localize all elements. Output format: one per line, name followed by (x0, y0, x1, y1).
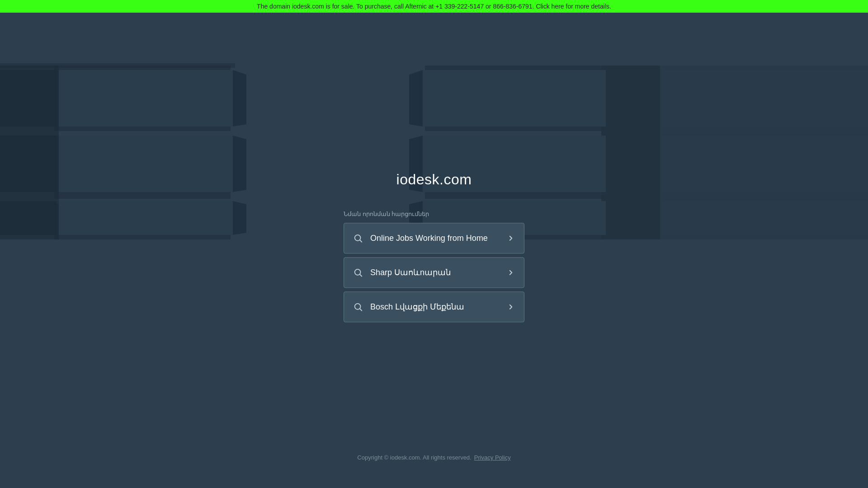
svg-point-32 (355, 304, 361, 310)
svg-marker-13 (423, 70, 606, 127)
chevron-right-icon-1 (507, 234, 515, 242)
svg-line-29 (360, 240, 362, 242)
footer: Copyright © iodesk.com. All rights reser… (357, 454, 510, 461)
search-icon-2 (353, 267, 363, 277)
svg-marker-24 (233, 201, 246, 235)
svg-marker-3 (0, 66, 59, 239)
svg-marker-19 (0, 70, 57, 127)
privacy-policy-link[interactable]: Privacy Policy (474, 454, 511, 461)
subtitle: Նման որոնման հարցումներ (344, 211, 429, 217)
svg-marker-16 (662, 70, 868, 127)
chevron-right-icon-3 (507, 303, 515, 311)
svg-point-28 (355, 235, 361, 241)
footer-copyright: Copyright © iodesk.com. All rights reser… (357, 454, 471, 461)
main-content: iodesk.com Նման որոնման հարցումներ Onlin… (344, 171, 524, 326)
search-links-container: Online Jobs Working from Home Sharp Սաոև… (344, 223, 524, 326)
svg-marker-25 (409, 70, 423, 127)
svg-marker-0 (54, 66, 231, 131)
svg-point-30 (355, 269, 361, 275)
svg-marker-9 (0, 63, 235, 68)
svg-marker-23 (233, 136, 246, 192)
search-item-3[interactable]: Bosch Լվացքի Մեքենա (344, 291, 524, 322)
search-item-3-label: Bosch Լվացքի Մեքենա (370, 302, 507, 312)
svg-marker-20 (0, 136, 57, 192)
site-title: iodesk.com (396, 171, 472, 188)
svg-marker-7 (601, 66, 660, 239)
chevron-right-icon-2 (507, 268, 515, 277)
svg-line-33 (360, 309, 362, 311)
svg-marker-2 (54, 203, 231, 239)
svg-marker-1 (54, 136, 231, 199)
search-item-1[interactable]: Online Jobs Working from Home (344, 223, 524, 253)
svg-marker-11 (59, 136, 233, 192)
search-icon-3 (353, 302, 363, 312)
search-item-2-label: Sharp Սաոևnարան (370, 267, 507, 277)
svg-marker-18 (662, 201, 868, 235)
svg-marker-8 (660, 66, 868, 239)
svg-marker-21 (0, 201, 57, 235)
sale-banner[interactable]: The domain iodesk.com is for sale. To pu… (0, 0, 868, 13)
svg-line-31 (360, 275, 362, 277)
svg-marker-12 (59, 201, 233, 235)
search-item-1-label: Online Jobs Working from Home (370, 234, 507, 243)
svg-marker-10 (59, 70, 233, 127)
svg-marker-4 (425, 66, 601, 131)
search-icon-1 (353, 233, 363, 243)
svg-marker-17 (662, 136, 868, 192)
svg-marker-22 (233, 70, 246, 127)
search-item-2[interactable]: Sharp Սաոևnարան (344, 257, 524, 288)
